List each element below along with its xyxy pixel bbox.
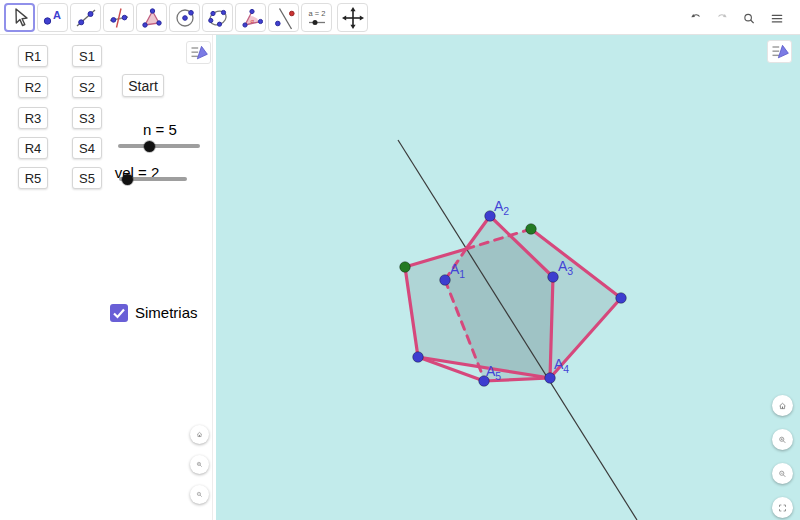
geometry-figure[interactable]: A1A2A3A4A5: [216, 34, 800, 520]
button-r2[interactable]: R2: [18, 76, 48, 98]
svg-text:A: A: [53, 8, 61, 20]
slider-n-track[interactable]: [118, 144, 200, 148]
point-A_3[interactable]: [548, 272, 559, 283]
home-icon: [778, 399, 787, 413]
stylebar-icon: [189, 43, 209, 63]
canvas-fullscreen-button[interactable]: [772, 497, 793, 518]
stylebar-icon: [770, 42, 790, 62]
slider-tool[interactable]: a = 2: [301, 3, 332, 32]
panel-zoom-in-button[interactable]: [190, 455, 209, 474]
fullscreen-icon: [778, 501, 787, 515]
angle-icon: α: [239, 6, 263, 30]
undo-icon: [689, 7, 703, 29]
move-tool[interactable]: [4, 3, 35, 32]
label-A_2: A2: [494, 198, 509, 217]
menu-button[interactable]: [764, 5, 790, 31]
slider-icon: a = 2: [305, 6, 329, 30]
redo-icon: [715, 7, 729, 29]
line-icon: [74, 6, 98, 30]
slider-icon-text: a = 2: [308, 9, 325, 18]
circle-tool[interactable]: [169, 3, 200, 32]
polygon-icon: [140, 6, 164, 30]
pentagon-reflected[interactable]: [405, 229, 621, 378]
simetrias-checkbox[interactable]: [110, 304, 128, 322]
point-P_bottom_left[interactable]: [413, 352, 424, 363]
zoom-out-icon: [778, 467, 787, 481]
search-icon: [742, 7, 756, 30]
perpendicular-line-icon: [107, 6, 131, 30]
circle-icon: [173, 6, 197, 30]
panel-zoom-out-button[interactable]: [190, 485, 209, 504]
undo-button[interactable]: [683, 5, 709, 31]
svg-text:α: α: [250, 17, 254, 23]
canvas-stylebar-button[interactable]: [767, 40, 792, 63]
point-P_top[interactable]: [526, 224, 537, 235]
conic-tool[interactable]: [202, 3, 233, 32]
point-A_4[interactable]: [545, 373, 556, 384]
canvas-home-button[interactable]: [772, 395, 793, 416]
button-s3[interactable]: S3: [72, 107, 102, 129]
slider-vel-handle[interactable]: [122, 174, 133, 185]
redo-button[interactable]: [709, 5, 735, 31]
point-A_1[interactable]: [440, 275, 451, 286]
panel-home-button[interactable]: [190, 425, 209, 444]
move-graphics-tool[interactable]: [337, 3, 368, 32]
cursor-icon: [8, 6, 32, 30]
button-r1[interactable]: R1: [18, 45, 48, 67]
reflect-icon: [272, 6, 296, 30]
button-s2[interactable]: S2: [72, 76, 102, 98]
simetrias-label: Simetrias: [135, 304, 198, 321]
zoom-out-icon: [196, 488, 203, 501]
button-s4[interactable]: S4: [72, 137, 102, 159]
zoom-in-icon: [196, 458, 203, 471]
point-P_left[interactable]: [400, 262, 411, 273]
home-icon: [196, 428, 203, 441]
line-tool[interactable]: [70, 3, 101, 32]
move-graphics-icon: [341, 6, 365, 30]
conic-icon: [206, 6, 230, 30]
button-r4[interactable]: R4: [18, 137, 48, 159]
button-r3[interactable]: R3: [18, 107, 48, 129]
button-r5[interactable]: R5: [18, 167, 48, 189]
canvas-zoom-out-button[interactable]: [772, 463, 793, 484]
menu-icon: [770, 7, 784, 30]
start-button[interactable]: Start: [122, 74, 164, 97]
toolbar: A: [0, 0, 800, 35]
checkmark-icon: [110, 304, 128, 322]
canvas-zoom-in-button[interactable]: [772, 429, 793, 450]
button-s1[interactable]: S1: [72, 45, 102, 67]
graphics-view[interactable]: A1A2A3A4A5: [216, 34, 800, 520]
control-panel: R1 R2 R3 R4 R5 S1 S2 S3 S4 S5 Start n = …: [0, 34, 213, 520]
slider-n-handle[interactable]: [144, 141, 155, 152]
point-tool[interactable]: A: [37, 3, 68, 32]
reflect-tool[interactable]: [268, 3, 299, 32]
angle-tool[interactable]: α: [235, 3, 266, 32]
zoom-in-icon: [778, 433, 787, 447]
search-button[interactable]: [736, 5, 762, 31]
point-icon: A: [41, 6, 65, 30]
slider-n-label: n = 5: [120, 121, 200, 138]
panel-stylebar-button[interactable]: [186, 41, 211, 64]
point-P_right[interactable]: [616, 293, 627, 304]
perpendicular-line-tool[interactable]: [103, 3, 134, 32]
polygon-tool[interactable]: [136, 3, 167, 32]
